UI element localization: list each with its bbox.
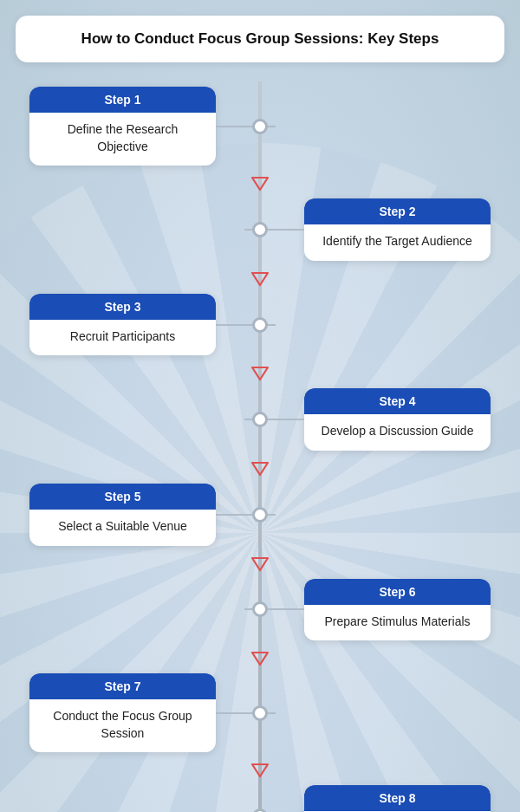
arrow-5 <box>16 553 504 575</box>
step-body-1: Define the Research Objective <box>29 113 216 166</box>
step-header-3: Step 3 <box>29 294 216 320</box>
circle-node-8 <box>252 809 268 812</box>
svg-marker-6 <box>252 764 268 776</box>
step-card-4: Step 4Develop a Discussion Guide <box>304 388 491 451</box>
step-body-5: Select a Suitable Venue <box>29 510 216 546</box>
svg-marker-4 <box>252 558 268 570</box>
svg-marker-2 <box>252 367 268 380</box>
svg-marker-5 <box>252 653 268 665</box>
circle-node-3 <box>252 317 268 333</box>
page-title: How to Conduct Focus Group Sessions: Key… <box>33 29 487 49</box>
step-header-1: Step 1 <box>29 87 216 113</box>
circle-node-7 <box>252 705 268 721</box>
arrow-down-icon <box>250 270 270 289</box>
step-row-8: Step 8Record the Session <box>16 780 504 812</box>
step-body-2: Identify the Target Audience <box>304 224 491 261</box>
step-card-8: Step 8Record the Session <box>304 785 491 812</box>
step-card-1: Step 1Define the Research Objective <box>29 87 216 166</box>
step-card-6: Step 6Prepare Stimulus Materials <box>304 579 491 641</box>
step-card-3: Step 3Recruit Participants <box>29 294 216 356</box>
circle-node-2 <box>252 222 268 237</box>
step-body-4: Develop a Discussion Guide <box>304 414 491 451</box>
arrow-7 <box>16 759 504 782</box>
step-row-1: Step 1Define the Research Objective <box>16 81 504 171</box>
arrow-4 <box>16 458 504 480</box>
circle-node-6 <box>252 601 268 617</box>
step-header-7: Step 7 <box>29 673 216 699</box>
step-header-4: Step 4 <box>304 388 491 414</box>
step-row-5: Step 5Select a Suitable Venue <box>16 478 504 551</box>
arrow-1 <box>16 172 504 195</box>
arrow-down-icon <box>250 174 270 193</box>
step-row-2: Step 2Identify the Target Audience <box>16 193 504 266</box>
circle-node-4 <box>252 412 268 427</box>
arrow-down-icon <box>250 459 270 478</box>
flow-diagram: Step 1Define the Research Objective Step… <box>16 81 504 812</box>
step-row-3: Step 3Recruit Participants <box>16 289 504 361</box>
arrow-down-icon <box>250 364 270 383</box>
svg-marker-0 <box>252 178 268 190</box>
arrow-down-icon <box>250 555 270 574</box>
step-body-7: Conduct the Focus Group Session <box>29 699 216 752</box>
arrow-down-icon <box>250 761 270 780</box>
step-card-2: Step 2Identify the Target Audience <box>304 198 491 261</box>
svg-marker-1 <box>252 273 268 285</box>
step-row-7: Step 7Conduct the Focus Group Session <box>16 668 504 757</box>
step-header-8: Step 8 <box>304 785 491 811</box>
circle-node-5 <box>252 507 268 523</box>
step-header-2: Step 2 <box>304 198 491 224</box>
arrow-3 <box>16 362 504 385</box>
arrow-6 <box>16 647 504 670</box>
arrow-2 <box>16 268 504 290</box>
step-card-5: Step 5Select a Suitable Venue <box>29 484 216 546</box>
arrow-down-icon <box>250 649 270 668</box>
page-container: How to Conduct Focus Group Sessions: Key… <box>0 0 520 812</box>
step-header-5: Step 5 <box>29 484 216 510</box>
svg-marker-3 <box>252 463 268 475</box>
step-body-3: Recruit Participants <box>29 320 216 356</box>
circle-node-1 <box>252 119 268 134</box>
title-box: How to Conduct Focus Group Sessions: Key… <box>16 16 504 62</box>
step-row-4: Step 4Develop a Discussion Guide <box>16 383 504 456</box>
step-card-7: Step 7Conduct the Focus Group Session <box>29 673 216 752</box>
step-body-6: Prepare Stimulus Materials <box>304 605 491 641</box>
step-row-6: Step 6Prepare Stimulus Materials <box>16 574 504 646</box>
step-header-6: Step 6 <box>304 579 491 605</box>
